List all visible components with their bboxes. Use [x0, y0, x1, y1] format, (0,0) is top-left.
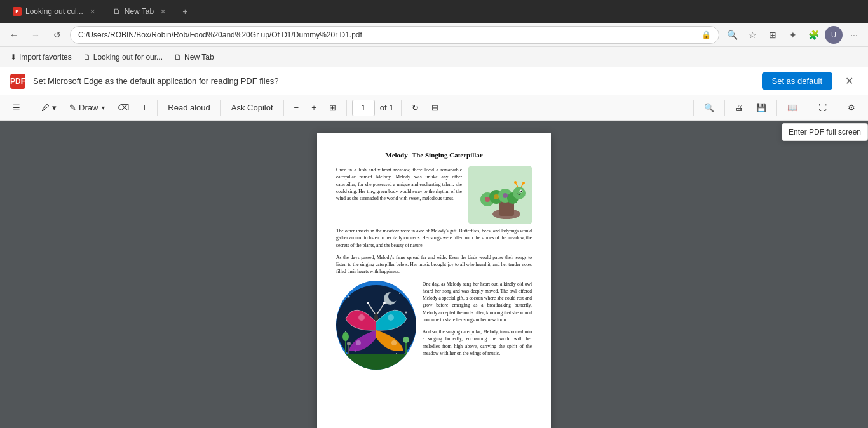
rotate-button[interactable]: ↻: [407, 100, 424, 115]
settings-dots-btn[interactable]: ···: [845, 26, 863, 44]
svg-point-16: [503, 193, 508, 198]
pdf-tab-close[interactable]: ✕: [90, 8, 95, 16]
fullscreen-icon: ⛶: [818, 103, 827, 112]
svg-point-41: [347, 342, 351, 345]
pdf-toolbar-right: 🔍 🖨 💾 📖 ⛶ ⚙: [691, 100, 860, 116]
fit-page-button[interactable]: ⊞: [324, 100, 341, 115]
highlight-button[interactable]: 🖊 ▾: [36, 100, 62, 115]
highlight-icon: 🖊: [41, 103, 50, 112]
immersive-reader-button[interactable]: 📖: [782, 100, 803, 115]
separator-9: [776, 100, 777, 116]
new-tab-page-icon: 🗋: [174, 53, 182, 62]
save-icon: 💾: [756, 103, 766, 112]
extensions-icon-btn[interactable]: 🧩: [804, 26, 822, 44]
svg-point-20: [405, 311, 407, 313]
svg-point-25: [388, 291, 398, 302]
fav-page-icon: 🗋: [83, 53, 91, 62]
caterpillar-image: [468, 166, 532, 224]
svg-point-32: [358, 314, 365, 321]
tooltip-fullscreen: Enter PDF full screen: [782, 123, 868, 141]
text-icon: T: [142, 103, 147, 112]
svg-point-35: [391, 340, 397, 345]
favorites-icon-btn[interactable]: ☆: [743, 26, 761, 44]
back-button[interactable]: ←: [5, 26, 23, 44]
notification-bar: PDF Set Microsoft Edge as the default ap…: [0, 67, 868, 95]
new-tab-label: New Tab: [125, 7, 154, 16]
address-bar[interactable]: C:/Users/ROBIN/Box/Robin/Rob/Food%20and%…: [70, 26, 719, 44]
svg-point-15: [494, 194, 499, 199]
toc-button[interactable]: ☰: [8, 100, 25, 115]
draw-icon: ✎: [69, 103, 76, 112]
svg-point-18: [348, 295, 350, 297]
split-view-icon-btn[interactable]: ⊞: [764, 26, 782, 44]
rotate-icon: ↻: [412, 103, 419, 112]
total-pages-label: of 1: [380, 103, 394, 112]
toc-icon: ☰: [13, 103, 20, 112]
pdf-search-button[interactable]: 🔍: [699, 100, 719, 115]
pdf-notif-icon: PDF: [10, 74, 25, 89]
read-aloud-button[interactable]: Read aloud: [163, 100, 215, 115]
draw-label: Draw: [79, 103, 98, 112]
refresh-button[interactable]: ↺: [48, 26, 66, 44]
tab-new[interactable]: 🗋 New Tab ✕: [105, 2, 173, 21]
account-icon-btn[interactable]: U: [825, 26, 843, 44]
separator-3: [220, 100, 221, 116]
page-view-icon: ⊟: [431, 103, 438, 112]
separator-11: [837, 100, 837, 116]
paragraph-2: The other insects in the meadow were in …: [336, 227, 532, 249]
pdf-settings-button[interactable]: ⚙: [843, 100, 860, 115]
print-button[interactable]: 🖨: [730, 100, 749, 115]
forward-button[interactable]: →: [27, 26, 44, 44]
new-tab-close[interactable]: ✕: [160, 8, 166, 16]
svg-point-19: [399, 293, 400, 294]
ask-copilot-label: Ask Copilot: [231, 103, 273, 112]
looking-fav-item[interactable]: 🗋 Looking out for our...: [78, 51, 168, 64]
svg-point-14: [485, 197, 490, 202]
copilot-icon-btn[interactable]: ✦: [784, 26, 802, 44]
search-icon-btn[interactable]: 🔍: [723, 26, 741, 44]
paragraph-4-block: One day, as Melody sang her heart out, a…: [336, 281, 532, 373]
settings-icon: ⚙: [848, 103, 855, 112]
ask-copilot-button[interactable]: Ask Copilot: [226, 100, 278, 115]
url-text: C:/Users/ROBIN/Box/Robin/Rob/Food%20and%…: [78, 30, 702, 39]
minus-icon: −: [294, 103, 299, 112]
separator-8: [724, 100, 725, 116]
new-tab-button[interactable]: +: [176, 3, 194, 20]
erase-button[interactable]: ⌫: [112, 100, 134, 115]
zoom-in-button[interactable]: +: [306, 100, 322, 115]
set-default-button[interactable]: Set as default: [762, 72, 833, 90]
plus-icon: +: [311, 103, 316, 112]
notification-text: Set Microsoft Edge as the default applic…: [33, 76, 754, 86]
svg-point-11: [514, 181, 517, 184]
zoom-out-button[interactable]: −: [289, 100, 304, 115]
lock-icon: 🔒: [702, 30, 711, 39]
draw-button[interactable]: ✎ Draw: [64, 100, 110, 115]
text-button[interactable]: T: [137, 100, 152, 115]
separator-10: [808, 100, 808, 116]
svg-point-37: [367, 302, 369, 304]
highlight-arrow: ▾: [52, 103, 57, 112]
notification-close-button[interactable]: ✕: [840, 72, 858, 90]
svg-point-33: [388, 314, 394, 321]
svg-point-21: [345, 331, 346, 332]
svg-point-7: [513, 187, 526, 199]
separator-1: [31, 100, 31, 116]
new-tab-fav-item[interactable]: 🗋 New Tab: [169, 51, 219, 64]
pdf-document-title: Melody- The Singing Caterpillar: [336, 151, 532, 159]
fullscreen-button[interactable]: ⛶: [813, 100, 832, 115]
new-tab-fav-label: New Tab: [184, 53, 214, 62]
svg-point-9: [520, 191, 522, 192]
separator-4: [283, 100, 284, 116]
page-number-input[interactable]: [352, 100, 375, 116]
print-icon: 🖨: [735, 103, 743, 112]
svg-point-39: [383, 302, 386, 304]
favorites-bar: ⬇ Import favorites 🗋 Looking out for our…: [0, 47, 868, 67]
separator-7: [693, 100, 694, 116]
reader-icon: 📖: [787, 103, 797, 112]
tab-pdf[interactable]: P Looking out cul... ✕: [5, 2, 103, 21]
import-favorites-btn[interactable]: ⬇ Import favorites: [5, 51, 77, 64]
page-view-button[interactable]: ⊟: [426, 100, 444, 115]
svg-rect-26: [336, 354, 416, 370]
save-button[interactable]: 💾: [751, 100, 771, 115]
main-content: Melody- The Singing Caterpillar: [0, 121, 868, 428]
